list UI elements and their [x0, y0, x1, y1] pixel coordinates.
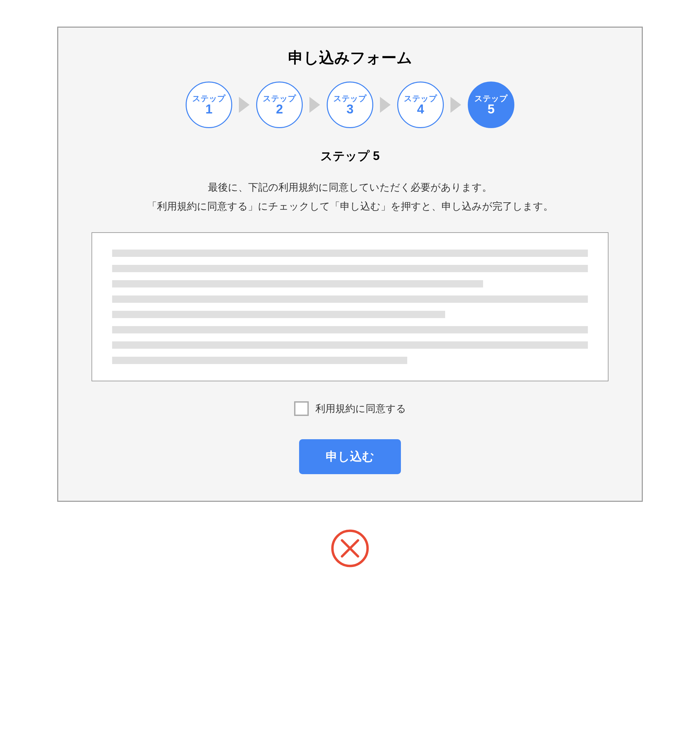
step-number: 1 — [205, 103, 212, 115]
terms-text-line — [112, 341, 588, 349]
chevron-right-icon — [450, 97, 461, 113]
step-number: 3 — [346, 103, 353, 115]
terms-text-line — [112, 295, 588, 303]
instruction-line-1: 最後に、下記の利用規約に同意していただく必要があります。 — [208, 182, 492, 193]
instruction-text: 最後に、下記の利用規約に同意していただく必要があります。 「利用規約に同意する」… — [92, 178, 608, 216]
application-form-panel: 申し込みフォーム ステップ 1 ステップ 2 ステップ 3 ステップ 4 ステッ… — [57, 27, 643, 502]
step-label: ステップ — [263, 94, 296, 103]
chevron-right-icon — [380, 97, 391, 113]
terms-text-line — [112, 357, 407, 364]
step-5-circle[interactable]: ステップ 5 — [468, 81, 514, 128]
instruction-line-2: 「利用規約に同意する」にチェックして「申し込む」を押すと、申し込みが完了します。 — [147, 201, 553, 212]
current-step-heading: ステップ 5 — [92, 148, 608, 164]
step-4-circle[interactable]: ステップ 4 — [397, 81, 444, 128]
terms-text-line — [112, 265, 588, 272]
submit-button[interactable]: 申し込む — [299, 439, 401, 474]
terms-text-line — [112, 326, 588, 334]
step-label: ステップ — [404, 94, 437, 103]
agree-checkbox-label: 利用規約に同意する — [315, 402, 406, 416]
form-title: 申し込みフォーム — [92, 48, 608, 68]
step-label: ステップ — [333, 94, 367, 103]
terms-text-line — [112, 280, 483, 287]
step-number: 5 — [487, 103, 494, 115]
terms-of-service-box[interactable] — [92, 232, 608, 381]
step-label: ステップ — [192, 94, 226, 103]
step-2-circle[interactable]: ステップ 2 — [256, 81, 303, 128]
step-number: 2 — [276, 103, 283, 115]
terms-text-line — [112, 311, 445, 318]
step-label: ステップ — [474, 94, 508, 103]
step-3-circle[interactable]: ステップ 3 — [327, 81, 373, 128]
terms-text-line — [112, 249, 588, 257]
step-1-circle[interactable]: ステップ 1 — [186, 81, 232, 128]
chevron-right-icon — [239, 97, 250, 113]
agree-checkbox-row: 利用規約に同意する — [92, 401, 608, 416]
reject-x-icon — [330, 529, 370, 568]
agree-checkbox[interactable] — [294, 401, 309, 416]
chevron-right-icon — [309, 97, 320, 113]
step-number: 4 — [417, 103, 424, 115]
step-indicator: ステップ 1 ステップ 2 ステップ 3 ステップ 4 ステップ 5 — [92, 81, 608, 128]
